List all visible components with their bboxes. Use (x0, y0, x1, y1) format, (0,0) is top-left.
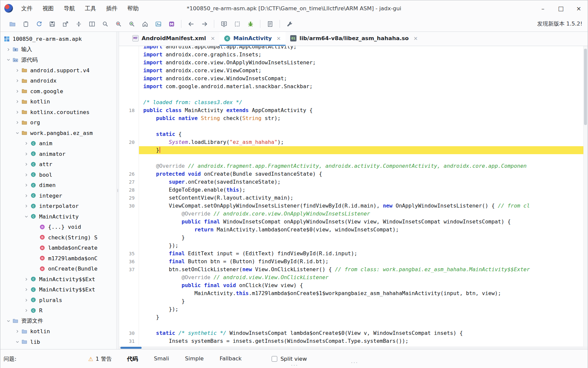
comment-search-button[interactable] (125, 18, 138, 30)
tree-item-apk-root[interactable]: 100850_re-arm-asm.apk (0, 34, 116, 44)
tree-item-kotlin[interactable]: kotlin (0, 96, 116, 107)
vertical-scrollbar-thumb[interactable] (584, 49, 587, 125)
tree-item-mainactivity-ext-1[interactable]: cMainActivity$$Ext (0, 274, 116, 285)
chevron-right-icon[interactable] (23, 161, 30, 168)
tree-item-animator[interactable]: canimator (0, 149, 116, 159)
global-search-button[interactable] (99, 18, 111, 30)
tree-item-kotlinx-coroutines[interactable]: kotlinx.coroutines (0, 107, 116, 118)
tree-item-lambda-oncreate[interactable]: mlambda$onCreate (0, 243, 116, 253)
start-page-button[interactable] (139, 18, 151, 30)
chevron-right-icon[interactable] (5, 46, 12, 53)
chevron-right-icon[interactable] (23, 182, 30, 189)
reload-button[interactable] (33, 18, 45, 30)
horizontal-scrollbar-thumb[interactable] (120, 347, 142, 349)
tree-item-res-kotlin[interactable]: kotlin (0, 326, 116, 337)
add-files-button[interactable] (19, 18, 32, 30)
tree-item-androidx[interactable]: androidx (0, 76, 116, 86)
device-settings-button[interactable] (218, 18, 230, 30)
menu-tools[interactable]: 工具 (80, 5, 101, 12)
menu-file[interactable]: 文件 (16, 5, 37, 12)
chevron-down-icon[interactable] (5, 318, 12, 324)
tree-item-resources[interactable]: 资源文件 (0, 316, 116, 327)
menu-navigation[interactable]: 导航 (59, 5, 80, 12)
view-tab-code[interactable]: 代码 (127, 355, 138, 363)
tree-item-interpolator[interactable]: cinterpolator (0, 201, 116, 212)
panel-splitter[interactable]: ⁞ (116, 32, 119, 349)
tree-item-bool[interactable]: cbool (0, 170, 116, 180)
menu-view[interactable]: 视图 (37, 5, 59, 12)
menu-plugins[interactable]: 插件 (101, 5, 122, 12)
chevron-right-icon[interactable] (23, 203, 30, 210)
vertical-scrollbar[interactable] (583, 46, 588, 346)
tree-item-r-class[interactable]: cR (0, 305, 116, 316)
chevron-down-icon[interactable] (14, 338, 21, 345)
close-tab-icon[interactable]: × (211, 35, 215, 41)
chevron-right-icon[interactable] (14, 67, 21, 74)
chevron-right-icon[interactable] (14, 328, 21, 335)
tree-item-dimen[interactable]: cdimen (0, 180, 116, 191)
tree-item-mainactivity-ext-2[interactable]: cMainActivity$$Ext (0, 284, 116, 295)
chevron-right-icon[interactable] (23, 286, 30, 293)
close-tab-icon[interactable]: × (413, 35, 418, 41)
tree-item-m1729lambda-oncreate[interactable]: mm1729lambda$onC (0, 253, 116, 264)
tree-item-oncreate-bundle[interactable]: monCreate(Bundle (0, 264, 116, 274)
horizontal-scrollbar[interactable] (119, 346, 588, 349)
plugin-m-button[interactable]: M (165, 18, 178, 30)
tree-item-source-code[interactable]: 源代码 (0, 55, 116, 65)
tree-item-integer[interactable]: cinteger (0, 191, 116, 201)
minimize-button[interactable]: – (534, 0, 552, 16)
export-button[interactable] (59, 18, 72, 30)
chevron-right-icon[interactable] (23, 151, 30, 157)
preferences-button[interactable] (283, 18, 296, 30)
chevron-down-icon[interactable] (14, 130, 21, 136)
chevron-right-icon[interactable] (14, 88, 21, 94)
chevron-down-icon[interactable] (5, 57, 12, 63)
tree-item-org[interactable]: org (0, 117, 116, 128)
tab-androidmanifest-xml[interactable]: MFAndroidManifest.xml× (128, 32, 220, 46)
tree-item-anim[interactable]: canim (0, 138, 116, 149)
chevron-right-icon[interactable] (23, 297, 30, 303)
chevron-right-icon[interactable] (14, 98, 21, 105)
chevron-right-icon[interactable] (23, 171, 30, 178)
tree-item-com-google[interactable]: com.google (0, 86, 116, 97)
split-view-toggle[interactable]: Split view (272, 356, 307, 362)
forward-button[interactable] (198, 18, 211, 30)
close-button[interactable]: × (570, 0, 588, 16)
split-view-checkbox[interactable] (272, 356, 277, 362)
view-tab-smali[interactable]: Smali (154, 355, 169, 363)
chevron-right-icon[interactable] (23, 140, 30, 147)
update-notice[interactable]: 发现新版本 1.5.2! (537, 20, 582, 28)
tree-item-work-pangbai-ez-asm[interactable]: work.pangbai.ez_asm (0, 128, 116, 139)
chevron-right-icon[interactable] (23, 192, 30, 199)
chevron-down-icon[interactable] (23, 213, 30, 220)
open-file-button[interactable] (6, 18, 19, 30)
tree-item-mainactivity[interactable]: cMainActivity (0, 212, 116, 222)
chevron-right-icon[interactable] (14, 119, 21, 126)
tree-item-attr[interactable]: cattr (0, 159, 116, 170)
menu-help[interactable]: 帮助 (122, 5, 144, 12)
chevron-right-icon[interactable] (23, 307, 30, 314)
log-viewer-button[interactable] (264, 18, 276, 30)
chevron-right-icon[interactable] (14, 109, 21, 115)
tree-item-android-support-v4[interactable]: android.support.v4 (0, 65, 116, 76)
close-tab-icon[interactable]: × (277, 35, 281, 41)
tab-mainactivity[interactable]: cMainActivity× (220, 32, 286, 46)
warning-chip[interactable]: ⚠ 1 警告 (88, 355, 112, 363)
tree-item-check-string[interactable]: mcheck(String) S (0, 232, 116, 243)
tab-libez-asm-hahaha-so[interactable]: 01lib/arm64-v8a/libez_asm_hahaha.so× (286, 32, 423, 46)
tree-item-inputs[interactable]: 输入 (0, 44, 116, 55)
debugger-button[interactable] (244, 18, 257, 30)
chevron-right-icon[interactable] (14, 78, 21, 84)
tree-item-res-lib[interactable]: lib (0, 337, 116, 347)
select-mode-button[interactable] (231, 18, 243, 30)
chevron-right-icon[interactable] (23, 276, 30, 282)
back-button[interactable] (185, 18, 197, 30)
tree-item-static-block-void[interactable]: m{...} void (0, 222, 116, 232)
save-all-button[interactable] (46, 18, 58, 30)
view-tab-fallback[interactable]: Fallback (220, 355, 241, 363)
window-layout-button[interactable] (86, 18, 98, 30)
tree-item-plurals[interactable]: cplurals (0, 295, 116, 306)
maximize-button[interactable]: □ (552, 0, 570, 16)
view-tab-simple[interactable]: Simple (185, 355, 204, 363)
class-search-button[interactable] (112, 18, 125, 30)
